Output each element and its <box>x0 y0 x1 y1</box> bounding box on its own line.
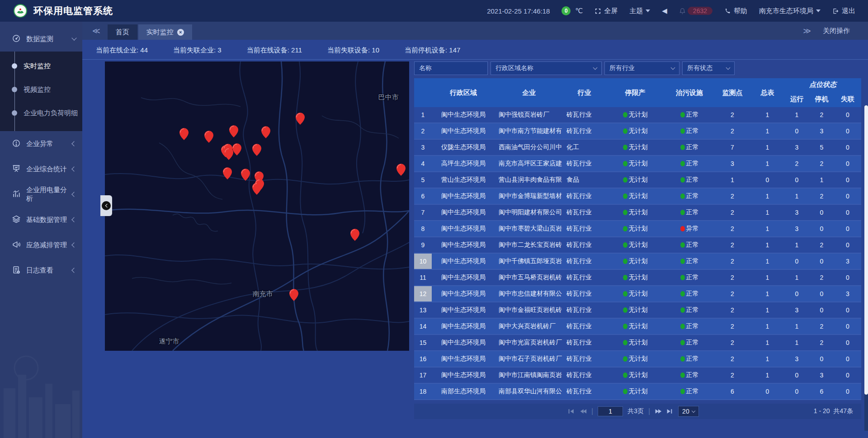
table-row[interactable]: 4高坪生态环境局南充市高坪区王家店建砖瓦行业无计划正常31220 <box>414 156 861 172</box>
table-row[interactable]: 2阆中生态环境局阆中市南方节能建材有砖瓦行业无计划正常21030 <box>414 123 861 140</box>
sidebar-item-7[interactable]: 日志查看 <box>0 258 82 283</box>
cell-district: 营山生态环境局 <box>432 172 495 188</box>
sidebar-item-5[interactable]: 基础数据管理 <box>0 207 82 232</box>
cell-monitor-points: 2 <box>714 123 750 139</box>
table-row[interactable]: 15阆中生态环境局阆中市光富页岩机砖厂砖瓦行业无计划正常21120 <box>414 335 861 351</box>
cell-running: 1 <box>784 270 809 285</box>
page-size-select[interactable]: 20 <box>678 406 699 417</box>
cell-running: 3 <box>784 221 809 236</box>
cell-lost: 0 <box>834 172 861 188</box>
first-page-button[interactable] <box>568 408 575 414</box>
column-header-行业: 行业 <box>563 78 606 107</box>
cell-monitor-points: 2 <box>714 335 750 350</box>
help-button[interactable]: 帮助 <box>724 7 747 15</box>
sidebar-subitem-active[interactable]: 实时监控 <box>0 54 82 78</box>
page-number-input[interactable]: 1 <box>598 406 623 416</box>
sidebar-item-3[interactable]: 企业综合统计 <box>0 156 82 182</box>
cell-district: 阆中生态环境局 <box>432 254 495 269</box>
map-pin-icon[interactable] <box>204 131 213 143</box>
name-search-input[interactable]: 名称 <box>414 61 488 75</box>
cell-facility-status: 正常 <box>665 123 714 139</box>
sidebar-item-4[interactable]: 企业用电量分析 <box>0 182 82 207</box>
sidebar-item-label: 企业综合统计 <box>26 165 67 174</box>
column-group-title: 点位状态 <box>784 78 861 91</box>
table-row[interactable]: 8阆中生态环境局阆中市枣碧大梁山页岩砖瓦行业无计划异常21300 <box>414 221 861 237</box>
table-scrollbar[interactable] <box>864 105 868 431</box>
table-row[interactable]: 16阆中生态环境局阆中市石子页岩机砖厂砖瓦行业无计划正常21300 <box>414 351 861 367</box>
table-row[interactable]: 6阆中生态环境局阆中市金博瑞新型墙材砖瓦行业无计划正常21120 <box>414 188 861 205</box>
cell-total-meters: 1 <box>750 367 784 383</box>
logout-button[interactable]: 退出 <box>832 7 855 15</box>
cell-index: 15 <box>414 335 432 350</box>
sidebar-item-2[interactable]: 企业异常 <box>0 131 82 156</box>
cell-industry: 砖瓦行业 <box>563 188 606 204</box>
theme-dropdown[interactable]: 主题 <box>629 7 650 15</box>
sidebar-subitem[interactable]: 视频监控 <box>0 78 82 101</box>
table-row[interactable]: 11阆中生态环境局阆中市五马桥页岩机砖砖瓦行业无计划正常21120 <box>414 270 861 286</box>
map-pin-icon[interactable] <box>252 183 261 195</box>
sidebar-subitem-label: 实时监控 <box>24 62 51 71</box>
cell-monitor-points: 2 <box>714 221 750 236</box>
region-select[interactable]: 行政区域名称 <box>491 61 602 75</box>
cell-stopped: 0 <box>809 254 834 269</box>
tab-close-icon[interactable]: × <box>177 29 184 36</box>
industry-select[interactable]: 所有行业 <box>604 61 679 75</box>
table-row[interactable]: 10阆中生态环境局阆中千佛镇五郎垭页岩砖瓦行业无计划正常21003 <box>414 254 861 270</box>
tabs-scroll-right-icon[interactable]: ≫ <box>803 26 811 36</box>
map-pin-icon[interactable] <box>396 164 406 176</box>
table-row[interactable]: 9阆中生态环境局阆中市二龙长宝页岩砖砖瓦行业无计划正常21120 <box>414 237 861 254</box>
status-select[interactable]: 所有状态 <box>682 61 735 75</box>
map-city-label: 遂宁市 <box>159 337 179 345</box>
table-row[interactable]: 13阆中生态环境局阆中市金福旺页岩机砖砖瓦行业无计划正常21300 <box>414 302 861 319</box>
table-row[interactable]: 5营山生态环境局营山县润丰肉食品有限食品无计划正常10010 <box>414 172 861 188</box>
last-page-button[interactable] <box>666 408 674 414</box>
table-row[interactable]: 12阆中生态环境局阆中市忠信建材有限公砖瓦行业无计划正常21003 <box>414 286 861 302</box>
map-pin-icon[interactable] <box>261 126 270 138</box>
prev-page-button[interactable] <box>580 408 587 414</box>
sidebar-item-1[interactable]: 数据监测 <box>0 26 82 52</box>
sidebar-collapse-toggle[interactable] <box>100 195 112 216</box>
sidebar-item-6[interactable]: 应急减排管理 <box>0 232 82 258</box>
map-pin-icon[interactable] <box>232 143 241 155</box>
scrollbar-thumb[interactable] <box>864 105 868 395</box>
sidebar-subitem[interactable]: 企业电力负荷明细 <box>0 101 82 125</box>
table-row[interactable]: 14阆中生态环境局阆中大兴页岩机砖厂砖瓦行业无计划正常21120 <box>414 319 861 335</box>
cell-stopped: 3 <box>809 367 834 383</box>
map-pin-icon[interactable] <box>296 113 305 125</box>
map-pin-icon[interactable] <box>252 144 261 156</box>
cell-facility-status: 正常 <box>665 188 714 204</box>
cell-industry: 砖瓦行业 <box>563 351 606 367</box>
cell-running: 3 <box>784 140 809 155</box>
cell-facility-status: 正常 <box>665 270 714 285</box>
tab-1[interactable]: 首页 <box>108 24 137 40</box>
cell-industry: 砖瓦行业 <box>563 270 606 285</box>
cell-monitor-points: 6 <box>714 384 750 399</box>
map-pin-icon[interactable] <box>229 125 238 137</box>
status-dot-green <box>623 356 627 362</box>
map-panel[interactable]: 巴中市南充市遂宁市 <box>105 61 409 351</box>
map-pin-icon[interactable] <box>241 169 250 181</box>
table-row[interactable]: 17阆中生态环境局阆中市江南镇阆南页岩砖瓦行业无计划正常21030 <box>414 367 861 384</box>
next-page-button[interactable] <box>655 408 662 414</box>
notification-area[interactable]: 2632 <box>679 7 712 15</box>
table-row[interactable]: 18南部生态环境局南部县双华山河有限公砖瓦行业无计划正常60060 <box>414 384 861 400</box>
close-operations-button[interactable]: 关闭操作 <box>823 27 850 35</box>
cell-stopped: 2 <box>809 107 834 122</box>
table-row[interactable]: 7阆中生态环境局阆中明阳建材有限公司砖瓦行业无计划正常21300 <box>414 205 861 221</box>
app-logo-icon <box>14 4 27 18</box>
tabs-scroll-left-icon[interactable]: ≪ <box>82 26 108 36</box>
map-pin-icon[interactable] <box>289 289 298 301</box>
map-pin-icon[interactable] <box>350 229 359 241</box>
user-dropdown[interactable]: 南充市生态环境局 <box>759 7 821 15</box>
sound-toggle-button[interactable]: ◀ <box>662 7 667 15</box>
map-pin-icon[interactable] <box>223 167 232 179</box>
stats-bar: 当前在线企业: 44当前失联企业: 3当前在线设备: 211当前失联设备: 10… <box>82 40 868 60</box>
map-pin-icon[interactable] <box>224 148 233 160</box>
fullscreen-button[interactable]: 全屏 <box>594 7 618 15</box>
cell-lost: 0 <box>834 107 861 122</box>
map-pin-icon[interactable] <box>179 128 189 140</box>
tab-2-active[interactable]: 实时监控× <box>138 24 192 40</box>
table-row[interactable]: 3仪陇生态环境局西南油气田分公司川中化工无计划正常71350 <box>414 140 861 156</box>
table-row[interactable]: 1阆中生态环境局阆中强锐页岩砖厂砖瓦行业无计划正常21120 <box>414 107 861 123</box>
status-dot-green <box>623 242 627 248</box>
